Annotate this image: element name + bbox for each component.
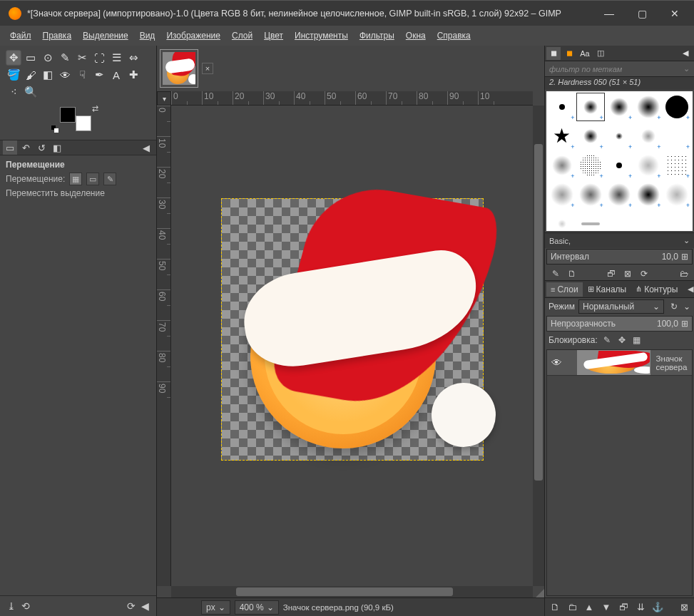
layer-thumbnail[interactable] bbox=[577, 350, 650, 375]
device-status-tab[interactable]: ↶ bbox=[19, 140, 33, 155]
images-tab[interactable]: ◧ bbox=[50, 140, 64, 155]
ruler-horizontal[interactable]: 010 2030 4050 6070 8090 10 bbox=[171, 91, 533, 106]
new-layer-icon[interactable]: 🗋 bbox=[548, 601, 561, 614]
undo-history-tab[interactable]: ↺ bbox=[34, 140, 49, 155]
rect-select-tool[interactable]: ▭ bbox=[23, 50, 39, 66]
duplicate-layer-icon[interactable]: 🗗 bbox=[617, 601, 630, 614]
delete-layer-icon[interactable]: ⊠ bbox=[678, 601, 690, 614]
document-history-tab-icon[interactable]: ◫ bbox=[593, 47, 608, 60]
unit-selector[interactable]: px⌄ bbox=[201, 600, 230, 615]
paths-tab[interactable]: ⋔Контуры bbox=[631, 282, 682, 297]
bucket-fill-tool[interactable]: 🪣 bbox=[6, 67, 21, 83]
text-tool[interactable]: A bbox=[108, 67, 124, 83]
zoom-selector[interactable]: 400 %⌄ bbox=[235, 600, 279, 615]
lock-pixels-icon[interactable]: ✎ bbox=[601, 334, 613, 346]
menu-filters[interactable]: Фильтры bbox=[355, 28, 399, 43]
lock-alpha-icon[interactable]: ▦ bbox=[631, 334, 643, 346]
blend-mode-select[interactable]: Нормальный bbox=[578, 299, 664, 314]
menubar: Файл Правка Выделение Вид Изображение Сл… bbox=[0, 26, 694, 46]
zoom-tool[interactable]: 🔍 bbox=[23, 84, 39, 100]
refresh-brush-icon[interactable]: ⟳ bbox=[638, 267, 650, 279]
reset-preset-icon[interactable]: ⟳ bbox=[127, 600, 136, 612]
path-tool[interactable]: ✒ bbox=[91, 67, 107, 83]
brush-filter-input[interactable]: фильтр по меткам bbox=[545, 61, 694, 77]
channels-tab[interactable]: ⊞Каналы bbox=[583, 282, 631, 297]
dock-menu-icon[interactable]: ◀ bbox=[139, 140, 153, 155]
menu-layer[interactable]: Слой bbox=[228, 28, 257, 43]
brush-preset-selector[interactable]: Basic, bbox=[545, 232, 694, 248]
fuzzy-select-tool[interactable]: ✎ bbox=[57, 50, 73, 66]
swap-colors-icon[interactable]: ⇄ bbox=[92, 104, 98, 113]
lock-position-icon[interactable]: ✥ bbox=[616, 334, 628, 346]
transform-tool[interactable]: ⛶ bbox=[91, 50, 107, 66]
menu-tools[interactable]: Инструменты bbox=[290, 28, 352, 43]
opacity-slider[interactable]: Непрозрачность100,0⊞ bbox=[546, 316, 693, 332]
ruler-corner[interactable]: ▾ bbox=[157, 91, 171, 106]
fonts-tab-icon[interactable]: Aa bbox=[578, 47, 592, 60]
move-layer-icon[interactable]: ▦ bbox=[69, 173, 82, 185]
menu-windows[interactable]: Окна bbox=[402, 28, 430, 43]
foreground-color[interactable] bbox=[60, 107, 76, 123]
menu-color[interactable]: Цвет bbox=[260, 28, 287, 43]
menu-edit[interactable]: Правка bbox=[39, 28, 76, 43]
minimize-button[interactable]: — bbox=[593, 1, 626, 26]
anchor-layer-icon[interactable]: ⚓ bbox=[651, 601, 664, 614]
move-selection-icon[interactable]: ▭ bbox=[86, 173, 99, 185]
background-color[interactable] bbox=[76, 115, 91, 131]
horizontal-scrollbar[interactable] bbox=[171, 586, 533, 597]
close-button[interactable]: ✕ bbox=[658, 1, 691, 26]
save-preset-icon[interactable]: ⤓ bbox=[7, 600, 16, 612]
eraser-tool[interactable]: ◧ bbox=[40, 67, 56, 83]
edit-brush-icon[interactable]: ✎ bbox=[549, 267, 561, 279]
free-select-tool[interactable]: ⊙ bbox=[40, 50, 56, 66]
brushes-tab-icon[interactable]: ◼ bbox=[546, 47, 561, 60]
warp-tool[interactable]: ☰ bbox=[108, 50, 124, 66]
clone-tool[interactable]: 👁 bbox=[57, 67, 73, 83]
blend-mode-reset-icon[interactable]: ↻ bbox=[668, 301, 680, 313]
brush-grid[interactable]: ★ bbox=[546, 91, 693, 231]
image-canvas[interactable] bbox=[221, 198, 484, 461]
raise-layer-icon[interactable]: ▲ bbox=[583, 601, 596, 614]
flip-tool[interactable]: ⇔ bbox=[126, 50, 141, 66]
layer-row[interactable]: 👁 Значок сервера bbox=[547, 350, 692, 376]
move-tool[interactable]: ✥ bbox=[6, 50, 21, 66]
maximize-button[interactable]: ▢ bbox=[626, 1, 658, 26]
layer-name[interactable]: Значок сервера bbox=[656, 354, 688, 371]
color-swatch[interactable]: ⇄ bbox=[60, 107, 91, 131]
layers-tab[interactable]: ≡Слои bbox=[546, 282, 583, 297]
color-picker-tool[interactable]: ⁖ bbox=[6, 84, 21, 100]
delete-preset-icon[interactable]: ◀ bbox=[141, 600, 149, 612]
brush-spacing-slider[interactable]: Интервал10,0⊞ bbox=[546, 249, 693, 265]
ruler-vertical[interactable]: 010 2030 4050 6070 8090 bbox=[157, 106, 171, 586]
vertical-scrollbar[interactable] bbox=[533, 106, 544, 586]
new-group-icon[interactable]: 🗀 bbox=[566, 601, 578, 614]
restore-preset-icon[interactable]: ⟲ bbox=[21, 600, 30, 612]
paintbrush-tool[interactable]: 🖌 bbox=[23, 67, 39, 83]
navigation-icon[interactable] bbox=[536, 589, 544, 597]
move-path-icon[interactable]: ✎ bbox=[103, 173, 116, 185]
duplicate-brush-icon[interactable]: 🗗 bbox=[606, 267, 618, 279]
canvas-viewport[interactable] bbox=[171, 106, 533, 586]
new-brush-icon[interactable]: 🗋 bbox=[566, 267, 578, 279]
visibility-toggle-icon[interactable]: 👁 bbox=[551, 356, 562, 369]
crop-tool[interactable]: ✂ bbox=[74, 50, 90, 66]
open-brush-as-image-icon[interactable]: 🗁 bbox=[678, 267, 690, 279]
smudge-tool[interactable]: ☟ bbox=[74, 67, 90, 83]
reset-colors-icon[interactable] bbox=[51, 125, 58, 133]
menu-help[interactable]: Справка bbox=[433, 28, 475, 43]
menu-file[interactable]: Файл bbox=[6, 28, 36, 43]
layer-dock-menu-icon[interactable]: ◀ bbox=[683, 282, 694, 296]
image-tab-close[interactable]: × bbox=[202, 63, 213, 74]
image-tab[interactable] bbox=[160, 49, 198, 88]
patterns-tab-icon[interactable]: ◼ bbox=[562, 47, 576, 60]
lower-layer-icon[interactable]: ▼ bbox=[600, 601, 613, 614]
tool-options-tab[interactable]: ▭ bbox=[3, 140, 17, 155]
menu-image[interactable]: Изображение bbox=[162, 28, 225, 43]
menu-view[interactable]: Вид bbox=[136, 28, 160, 43]
layers-list[interactable]: 👁 Значок сервера bbox=[546, 349, 693, 596]
delete-brush-icon[interactable]: ⊠ bbox=[622, 267, 634, 279]
merge-down-icon[interactable]: ⇊ bbox=[634, 601, 647, 614]
menu-select[interactable]: Выделение bbox=[78, 28, 133, 43]
brush-dock-menu-icon[interactable]: ◀ bbox=[678, 47, 693, 60]
heal-tool[interactable]: ✚ bbox=[126, 67, 141, 83]
